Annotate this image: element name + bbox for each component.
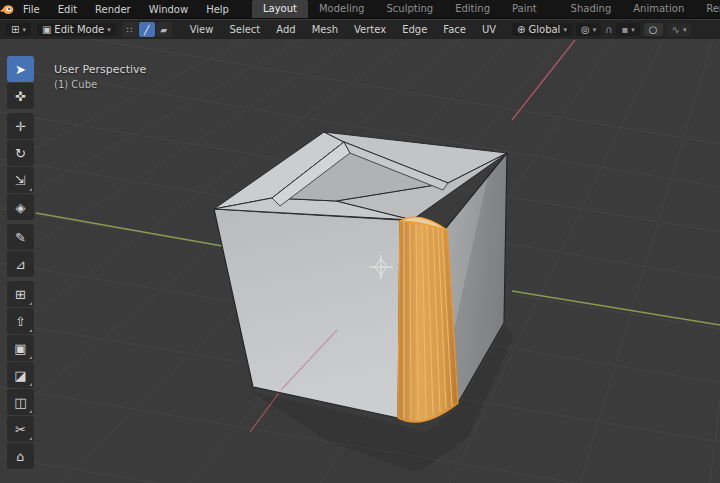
snap-target-icon: ▪ (621, 24, 628, 35)
inset-faces-icon: ▣ (14, 341, 26, 356)
tool-scale[interactable]: ⇲ (7, 167, 34, 193)
tool-cursor[interactable]: ✜ (7, 83, 34, 109)
proportional-falloff-dropdown[interactable]: ∿ ▾ (667, 23, 692, 36)
poly-build-icon: ⌂ (16, 449, 24, 464)
tab-uv-editing[interactable]: UV Editing (444, 0, 501, 18)
orientation-label: Global (528, 24, 560, 35)
menu-edit[interactable]: Edit (49, 0, 86, 19)
menu-help[interactable]: Help (197, 0, 238, 19)
edit-mode-icon: ▣ (42, 24, 51, 35)
tab-modeling[interactable]: Modeling (308, 0, 376, 18)
tool-extrude-region[interactable]: ⇧ (7, 308, 34, 334)
proportional-editing-toggle[interactable]: ○ (644, 23, 663, 36)
y-axis-line (512, 291, 720, 325)
tool-poly-build[interactable]: ⌂ (7, 443, 34, 469)
tool-move[interactable]: ✛ (7, 113, 34, 139)
tool-annotate[interactable]: ✎ (7, 224, 34, 250)
extrude-region-icon: ⇧ (15, 314, 26, 329)
transform-icon: ◈ (16, 200, 26, 215)
mode-dropdown[interactable]: ▣ Edit Mode ▾ (37, 23, 116, 36)
pivot-icon: ◎ (581, 24, 590, 35)
loop-cut-icon: ◫ (14, 395, 26, 410)
select-box-icon: ➤ (15, 62, 26, 77)
chevron-down-icon: ▾ (22, 26, 26, 34)
rotate-icon: ↻ (15, 146, 26, 161)
viewport-3d[interactable]: User Perspective (1) Cube ➤ ✜ ✛ ↻ ⇲ ◈ ✎ … (0, 39, 720, 483)
falloff-curve-icon: ∿ (672, 24, 680, 35)
menu-window[interactable]: Window (140, 0, 197, 19)
tool-knife[interactable]: ✂ (7, 416, 34, 442)
snap-magnet-icon[interactable]: ∩ (605, 24, 612, 35)
menu-add[interactable]: Add (268, 24, 303, 35)
knife-icon: ✂ (15, 422, 26, 437)
tool-rotate[interactable]: ↻ (7, 140, 34, 166)
toolshelf: ➤ ✜ ✛ ↻ ⇲ ◈ ✎ ⊿ ⊞ ⇧ ▣ ◪ ◫ ✂ ⌂ (7, 56, 34, 473)
active-object-label: (1) Cube (54, 79, 97, 90)
tool-transform[interactable]: ◈ (7, 194, 34, 220)
tab-texture-paint[interactable]: Texture Paint (501, 0, 560, 18)
tool-measure[interactable]: ⊿ (7, 251, 34, 277)
x-axis-line (512, 40, 575, 120)
blender-window: File Edit Render Window Help Layout Mode… (0, 0, 720, 483)
tool-select-box[interactable]: ➤ (7, 56, 34, 82)
transform-orientation-dropdown[interactable]: ⊕ Global ▾ (512, 23, 572, 36)
move-icon: ✛ (15, 119, 26, 134)
cube-mesh[interactable] (214, 132, 507, 422)
menu-file[interactable]: File (14, 0, 49, 19)
chevron-down-icon: ▾ (683, 26, 687, 34)
editor-type-icon: ⊞ (11, 24, 19, 35)
view-perspective-label: User Perspective (54, 63, 146, 76)
menu-face[interactable]: Face (435, 24, 474, 35)
menu-mesh[interactable]: Mesh (304, 24, 346, 35)
viewport-header: ⊞ ▾ ▣ Edit Mode ▾ ∷ ╱ ▰ View Select Add … (0, 20, 720, 39)
topbar: File Edit Render Window Help Layout Mode… (0, 0, 720, 19)
mode-label: Edit Mode (54, 24, 104, 35)
tool-bevel[interactable]: ◪ (7, 362, 34, 388)
tab-shading[interactable]: Shading (560, 0, 623, 18)
orientation-icon: ⊕ (517, 24, 525, 35)
tab-sculpting[interactable]: Sculpting (375, 0, 444, 18)
add-cube-icon: ⊞ (15, 287, 26, 302)
menu-render[interactable]: Render (86, 0, 140, 19)
bevel-icon: ◪ (14, 368, 26, 383)
measure-icon: ⊿ (15, 257, 26, 272)
app-menus: File Edit Render Window Help (14, 0, 238, 18)
edge-select-mode-button[interactable]: ╱ (139, 22, 155, 37)
snap-with-dropdown[interactable]: ▪ ▾ (616, 23, 639, 36)
editor-type-button[interactable]: ⊞ ▾ (6, 23, 31, 36)
pivot-point-dropdown[interactable]: ◎ ▾ (576, 23, 601, 36)
cube-front-face (214, 209, 400, 418)
tab-rendering[interactable]: Rendering (695, 0, 720, 18)
chevron-down-icon: ▾ (631, 26, 635, 34)
scale-icon: ⇲ (15, 173, 26, 188)
tool-inset-faces[interactable]: ▣ (7, 335, 34, 361)
menu-view[interactable]: View (182, 24, 222, 35)
tool-loop-cut[interactable]: ◫ (7, 389, 34, 415)
chevron-down-icon: ▾ (593, 26, 597, 34)
vertex-select-mode-button[interactable]: ∷ (122, 22, 138, 37)
workspace-tabs: Layout Modeling Sculpting UV Editing Tex… (252, 0, 720, 18)
cursor-icon: ✜ (15, 89, 26, 104)
menu-uv[interactable]: UV (474, 24, 504, 35)
select-mode-buttons: ∷ ╱ ▰ (122, 22, 172, 37)
annotate-icon: ✎ (15, 230, 26, 245)
tab-layout[interactable]: Layout (252, 0, 308, 18)
chevron-down-icon: ▾ (107, 26, 111, 34)
menu-select[interactable]: Select (221, 24, 268, 35)
blender-logo-icon[interactable] (0, 0, 14, 18)
menu-edge[interactable]: Edge (394, 24, 435, 35)
menu-vertex[interactable]: Vertex (346, 24, 394, 35)
chevron-down-icon: ▾ (563, 26, 567, 34)
tool-add-cube[interactable]: ⊞ (7, 281, 34, 307)
scene-canvas (0, 39, 720, 483)
face-select-mode-button[interactable]: ▰ (156, 22, 172, 37)
proportional-editing-icon: ○ (649, 24, 658, 35)
tab-animation[interactable]: Animation (622, 0, 695, 18)
